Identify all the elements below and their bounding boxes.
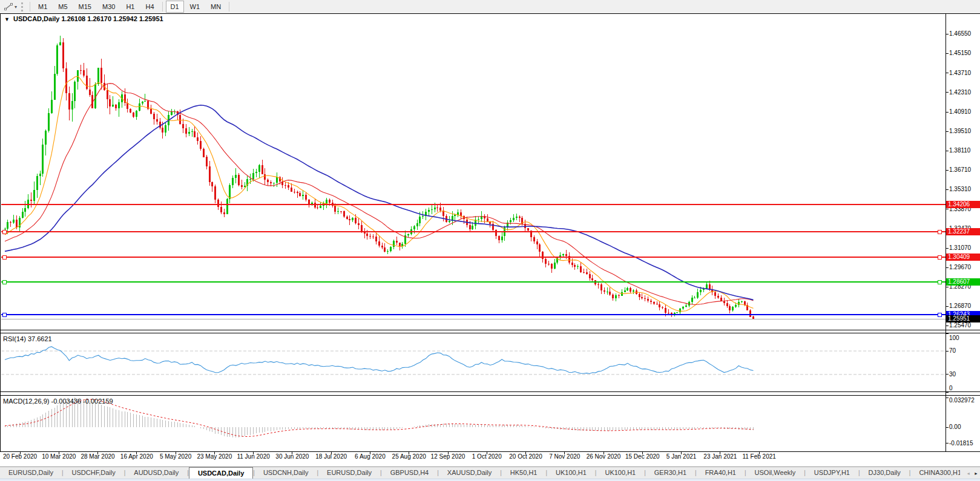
collapse-arrow-icon[interactable]: ▼ — [4, 16, 10, 22]
macd-signal-line — [5, 399, 754, 436]
candles-layer — [4, 36, 755, 319]
timeframe-toolbar: M1M5M15M30H1H4D1W1MN — [27, 1, 232, 13]
ma-21-line — [5, 83, 754, 305]
timeframe-button-h4[interactable]: H4 — [140, 1, 159, 13]
tab-eurusd-daily[interactable]: EURUSD,Daily — [318, 467, 380, 479]
hline-handle — [2, 280, 6, 284]
line-tool-icon[interactable] — [2, 2, 15, 11]
chart-ohlc-values: 1.26108 1.26170 1.25942 1.25951 — [61, 15, 163, 22]
chart-tab-bar: EURUSD,Daily|USDCHF,Daily|AUDUSD,Daily|U… — [0, 466, 980, 479]
rsi-layer — [1, 347, 945, 375]
toolbar-grip[interactable] — [21, 2, 23, 11]
timeframe-button-m1[interactable]: M1 — [33, 1, 52, 13]
ma-55-line — [5, 105, 754, 300]
macd-label: MACD(12,26,9) -0.003436 -0.002159 — [3, 398, 113, 405]
tab-usdjpy-h1[interactable]: USDJPY,H1 — [806, 467, 858, 479]
tab-dj30-daily[interactable]: DJ30,Daily — [860, 467, 909, 479]
tab-uk100-h1[interactable]: UK100,H1 — [596, 467, 644, 479]
dropdown-caret-icon[interactable]: ▾ — [15, 4, 17, 10]
timeframe-button-mn[interactable]: MN — [206, 1, 226, 13]
tab-eurusd-daily[interactable]: EURUSD,Daily — [0, 467, 62, 479]
hline-handle — [938, 313, 941, 316]
tab-scroll-right-icon[interactable]: ► — [974, 471, 978, 476]
tab-fra40-h1[interactable]: FRA40,H1 — [697, 467, 745, 479]
tab-usdcnh-daily[interactable]: USDCNH,Daily — [255, 467, 317, 479]
timeframe-button-w1[interactable]: W1 — [185, 1, 205, 13]
hline-handle — [2, 255, 6, 259]
ma-8-line — [5, 76, 754, 311]
toolbar-separator — [229, 2, 229, 11]
hline-handle — [938, 230, 941, 234]
rsi-line — [5, 347, 754, 374]
timeframe-button-h1[interactable]: H1 — [121, 1, 139, 13]
mt4-window: ▾ M1M5M15M30H1H4D1W1MN ▼ USDCAD,Daily 1.… — [0, 0, 980, 481]
timeframe-button-d1[interactable]: D1 — [166, 1, 184, 13]
tab-hk50-h1[interactable]: HK50,H1 — [502, 467, 546, 479]
tab-usoil-weekly[interactable]: USOil,Weekly — [746, 467, 804, 479]
toolbar-separator — [162, 2, 163, 11]
timeframe-button-m15[interactable]: M15 — [74, 1, 96, 13]
macd-layer — [5, 398, 754, 437]
timeframe-button-m30[interactable]: M30 — [97, 1, 120, 13]
hline-handle — [938, 280, 941, 284]
macd-histogram — [5, 398, 754, 437]
hline-handle — [2, 230, 6, 234]
moving-averages-layer — [5, 76, 754, 311]
tab-china300-h1[interactable]: CHINA300,H1 — [910, 467, 960, 479]
chart-tabs: EURUSD,Daily|USDCHF,Daily|AUDUSD,Daily|U… — [0, 467, 960, 479]
tab-xauusd-daily[interactable]: XAUUSD,Daily — [439, 467, 500, 479]
tab-scroll-left-icon[interactable]: ◄ — [966, 471, 970, 476]
tab-audusd-daily[interactable]: AUDUSD,Daily — [125, 467, 187, 479]
hline-handle — [2, 313, 6, 316]
tab-usdchf-daily[interactable]: USDCHF,Daily — [64, 467, 124, 479]
chart-symbol-period: USDCAD,Daily — [13, 15, 59, 22]
pane-borders — [0, 14, 980, 455]
status-strip — [0, 479, 980, 481]
rsi-label: RSI(14) 37.6621 — [3, 335, 52, 342]
toolbar-separator — [30, 2, 30, 11]
toolbar: ▾ M1M5M15M30H1H4D1W1MN — [0, 0, 980, 13]
tab-usdcad-daily[interactable]: USDCAD,Daily — [189, 467, 253, 479]
hline-handle — [938, 255, 941, 259]
price-chart-canvas[interactable] — [0, 0, 980, 481]
tab-ger30-h1[interactable]: GER30,H1 — [646, 467, 695, 479]
timeframe-button-m5[interactable]: M5 — [53, 1, 72, 13]
horizontal-lines-layer — [1, 205, 945, 319]
tab-scroll-arrows: ◄ ► — [966, 467, 978, 479]
tab-uk100-h1[interactable]: UK100,H1 — [547, 467, 595, 479]
tab-gbpusd-h4[interactable]: GBPUSD,H4 — [382, 467, 438, 479]
chart-title: ▼ USDCAD,Daily 1.26108 1.26170 1.25942 1… — [4, 15, 163, 22]
